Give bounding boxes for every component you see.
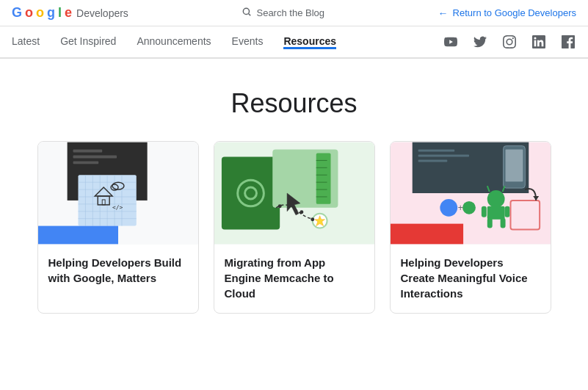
svg-rect-58 (504, 206, 509, 217)
svg-rect-57 (481, 206, 486, 217)
page-title: Resources (12, 88, 576, 119)
svg-point-42 (288, 200, 292, 203)
card-3-content: Helping Developers Create Meaningful Voi… (391, 245, 551, 313)
facebook-icon[interactable] (560, 34, 576, 50)
return-label: Return to Google Developers (453, 7, 576, 18)
card-3-title: Helping Developers Create Meaningful Voi… (401, 255, 540, 301)
logo-developers-text: Developers (76, 7, 128, 19)
logo-l-green: l (58, 5, 62, 21)
logo-o-yellow: o (36, 5, 44, 21)
svg-rect-65 (391, 224, 463, 245)
svg-rect-5 (73, 161, 98, 164)
card-2-image (214, 142, 374, 245)
search-icon (242, 7, 252, 19)
instagram-icon[interactable] (501, 34, 518, 50)
linkedin-icon[interactable] (531, 34, 547, 50)
nav-item-events[interactable]: Events (232, 35, 264, 48)
return-link[interactable]: ← Return to Google Developers (438, 7, 576, 19)
svg-rect-51 (505, 150, 523, 182)
svg-text:+: + (457, 203, 462, 213)
svg-point-52 (440, 199, 457, 217)
card-1-image: </> (38, 142, 198, 245)
search-bar[interactable]: Search the Blog (242, 7, 324, 19)
svg-line-1 (249, 14, 251, 16)
svg-rect-60 (500, 218, 505, 228)
logo-g-blue2: g (47, 5, 55, 21)
nav-links: Latest Get Inspired Announcements Events… (12, 35, 336, 49)
youtube-icon[interactable] (443, 34, 459, 50)
nav-item-get-inspired[interactable]: Get Inspired (60, 35, 116, 48)
svg-rect-59 (487, 218, 492, 228)
svg-rect-3 (73, 150, 102, 153)
svg-point-53 (462, 201, 476, 214)
return-arrow-icon: ← (438, 7, 449, 19)
card-1-content: Helping Developers Build with Google, Ma… (38, 245, 198, 297)
logo-g-blue: G (12, 5, 22, 21)
search-label[interactable]: Search the Blog (256, 7, 324, 18)
svg-rect-4 (73, 155, 116, 158)
nav-item-announcements[interactable]: Announcements (137, 35, 211, 48)
card-2[interactable]: Migrating from App Engine Memcache to Cl… (214, 141, 375, 314)
card-1-title: Helping Developers Build with Google, Ma… (48, 255, 188, 286)
twitter-icon[interactable] (472, 34, 488, 50)
svg-rect-25 (38, 226, 118, 245)
svg-point-41 (277, 204, 281, 208)
card-3-image: + (391, 142, 551, 245)
page-title-section: Resources (0, 59, 588, 141)
svg-rect-49 (418, 159, 447, 162)
svg-rect-48 (418, 154, 468, 156)
svg-point-0 (244, 8, 250, 14)
nav-item-resources[interactable]: Resources (283, 35, 336, 49)
google-logo[interactable]: Google Developers (12, 5, 128, 21)
svg-point-44 (311, 217, 314, 221)
nav-item-latest[interactable]: Latest (12, 35, 40, 48)
header-left: Google Developers (12, 5, 128, 21)
cards-container: </> Helping Developers Build with Google… (0, 141, 588, 328)
svg-rect-27 (221, 156, 279, 229)
card-2-title: Migrating from App Engine Memcache to Cl… (225, 255, 364, 301)
logo-e-red: e (65, 5, 72, 21)
logo-o-red: o (25, 5, 33, 21)
svg-rect-56 (487, 206, 504, 220)
navigation: Latest Get Inspired Announcements Events… (0, 26, 588, 59)
card-3[interactable]: + Helping Developers Cre (390, 141, 551, 314)
social-links (443, 34, 576, 50)
svg-text:</>: </> (112, 204, 123, 211)
svg-rect-47 (418, 150, 454, 152)
card-1[interactable]: </> Helping Developers Build with Google… (37, 141, 199, 314)
svg-point-43 (300, 210, 303, 214)
svg-point-55 (487, 190, 504, 208)
card-2-content: Migrating from App Engine Memcache to Cl… (214, 245, 374, 313)
header: Google Developers Search the Blog ← Retu… (0, 0, 588, 26)
